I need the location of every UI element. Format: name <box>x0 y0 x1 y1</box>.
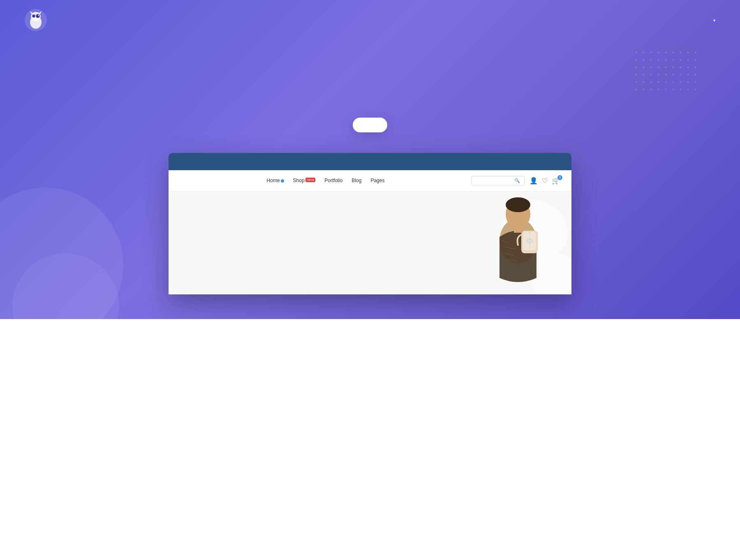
inner-hero-title <box>182 212 370 238</box>
inner-hero-section <box>169 192 571 294</box>
dot-grid-decoration: const grid = document.querySelector('.do… <box>633 49 707 99</box>
svg-rect-17 <box>514 227 522 233</box>
inner-nav-shop: ShopNEW <box>293 178 316 183</box>
inner-nav-blog: Blog <box>352 178 361 183</box>
inner-nav-portfolio: Portfolio <box>324 178 342 183</box>
shop-badge: NEW <box>305 178 316 182</box>
inner-nav-actions: 🔍 👤 ♡ 🛒 3 <box>471 176 560 185</box>
inner-action-icons: 👤 ♡ 🛒 3 <box>530 177 560 185</box>
logo-link[interactable] <box>25 9 51 31</box>
chevron-down-icon: ▾ <box>713 18 715 23</box>
inner-site-nav: Home ShopNEW Portfolio Blog Pages 🔍 👤 ♡ … <box>169 170 571 192</box>
wishlist-icon: ♡ <box>542 177 548 185</box>
search-icon: 🔍 <box>514 178 520 183</box>
inner-hero-image <box>383 192 571 294</box>
browser-announcement-bar <box>169 153 571 170</box>
logo-icon <box>25 9 47 31</box>
browser-mockup: Home ShopNEW Portfolio Blog Pages 🔍 👤 ♡ … <box>169 153 571 294</box>
cart-icon: 🛒 3 <box>552 177 560 185</box>
inner-nav-pages: Pages <box>370 178 384 183</box>
user-icon: 👤 <box>530 177 538 185</box>
browser-frame: Home ShopNEW Portfolio Blog Pages 🔍 👤 ♡ … <box>169 153 571 294</box>
inner-nav-links: Home ShopNEW Portfolio Blog Pages <box>267 178 385 183</box>
person-svg <box>477 192 559 294</box>
svg-point-16 <box>526 239 533 243</box>
svg-point-12 <box>506 197 530 212</box>
nav-help[interactable]: ▾ <box>712 18 715 23</box>
site-header: ▾ <box>0 0 740 40</box>
inner-search-box: 🔍 <box>471 176 525 185</box>
main-nav: ▾ <box>634 18 715 23</box>
svg-point-7 <box>38 15 39 16</box>
cta-button[interactable] <box>353 118 387 132</box>
inner-hero-text <box>169 192 383 294</box>
svg-point-4 <box>33 15 35 17</box>
inner-nav-home: Home <box>267 178 284 183</box>
